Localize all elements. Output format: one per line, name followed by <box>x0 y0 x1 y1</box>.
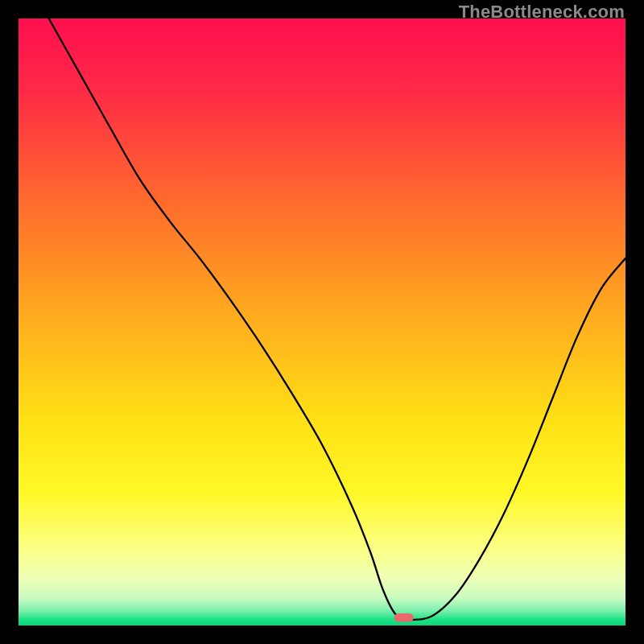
optimal-point <box>394 613 414 622</box>
plot-svg <box>19 19 625 625</box>
gradient-background <box>19 19 625 625</box>
chart-frame: TheBottleneck.com <box>0 0 644 644</box>
plot-area <box>19 19 625 625</box>
